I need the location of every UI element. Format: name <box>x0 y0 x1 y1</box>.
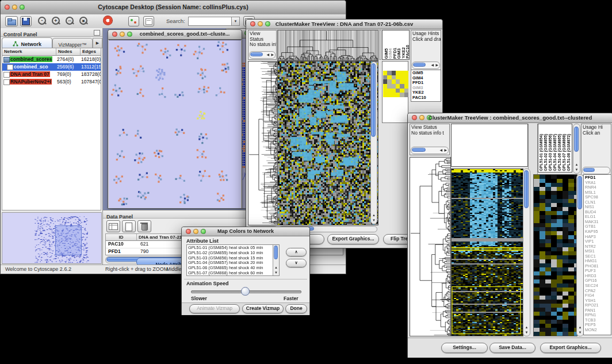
tv1-status-scrollbar[interactable]: ◀ ▶ <box>249 51 276 59</box>
tab-vizmapper[interactable]: VizMapper™ <box>52 38 93 48</box>
col-header-edges[interactable]: Edges <box>81 48 101 56</box>
tv1-column-label[interactable]: PAC10 <box>405 45 410 59</box>
window-title: Cytoscape Desktop (Session Name: collins… <box>1 3 346 10</box>
move-up-button[interactable]: ∧ <box>286 248 307 256</box>
scroll-up-icon[interactable]: ▲ <box>573 162 580 167</box>
tv2-column-label[interactable]: GPL51-03 (GSM856) <box>548 134 552 171</box>
attribute-item[interactable]: GPL51-07 (GSM868) heat shock 60 min <box>188 271 273 276</box>
tv1-column-dendrogram[interactable] <box>277 30 378 61</box>
mini-heatmap-cell <box>387 79 391 84</box>
network-row[interactable]: combined_scores2764(0)16218(0) <box>2 56 101 63</box>
gene-label[interactable]: MON2 <box>585 328 610 333</box>
scroll-up-icon[interactable]: ▲ <box>273 265 279 270</box>
scroll-down-icon[interactable]: ▼ <box>573 167 580 173</box>
mini-heatmap-cell <box>404 71 408 75</box>
zoom-fit-icon[interactable]: ▭ <box>65 16 74 25</box>
tv2-column-label[interactable]: GPL51-04 (GSM857) <box>553 134 557 171</box>
mini-heatmap-cell <box>396 89 400 93</box>
tv2-status-scrollbar[interactable]: ◀ ▶ <box>411 147 449 154</box>
open-session-icon[interactable] <box>5 16 18 26</box>
tv2-zoom-heatmap[interactable] <box>533 174 577 336</box>
tv2-column-label[interactable]: GPL51-06 (GSM865) <box>557 134 561 171</box>
scroll-down-icon[interactable]: ▼ <box>523 330 530 335</box>
tv2-row-dendrogram[interactable] <box>410 157 451 336</box>
tv1-row-dendrogram[interactable] <box>248 61 278 225</box>
scroll-up-icon[interactable]: ▲ <box>371 213 377 218</box>
slider-thumb[interactable] <box>241 287 250 296</box>
tv1-heatmap-vscroll[interactable]: ▲ ▼ <box>370 62 377 224</box>
zoom-out-icon[interactable]: - <box>37 16 47 25</box>
tab-network-label: Network <box>21 41 41 47</box>
search-input[interactable] <box>188 17 232 26</box>
delete-attribute-icon[interactable] <box>137 220 151 232</box>
node-editor-icon[interactable] <box>128 16 139 26</box>
tv2-collabel-vscroll[interactable]: ▲ ▼ <box>573 124 580 174</box>
attribute-list[interactable]: GPL51-01 (GSM854) heat shock 05 minGPL51… <box>186 244 280 276</box>
col-header-network[interactable]: Network <box>2 48 56 56</box>
scroll-left-icon[interactable]: ◀ <box>431 63 434 68</box>
data-col-id[interactable]: ID <box>106 234 137 241</box>
treeview1-title: ClusterMaker TreeView : DNA and Tran 07-… <box>246 21 442 27</box>
tv2-heatmap[interactable] <box>451 168 523 336</box>
tv2-column-labels: GPL51-01 (GSM854)GPL51-02 (GSM855)GPL51-… <box>538 124 572 173</box>
network-overview[interactable] <box>2 212 102 264</box>
scroll-down-icon[interactable]: ▼ <box>273 270 279 275</box>
annotation-icon[interactable] <box>143 16 154 26</box>
tv1-heatmap[interactable] <box>277 61 378 225</box>
tab-network[interactable]: Network <box>2 37 52 48</box>
tab-overflow-button[interactable]: ▶ <box>93 38 102 48</box>
tv2-save-data-button[interactable]: Save Data... <box>489 343 536 353</box>
attribute-list-vscroll[interactable]: ▲ ▼ <box>273 245 279 275</box>
mini-heatmap-cell <box>387 89 391 93</box>
treeview1-titlebar[interactable]: ClusterMaker TreeView : DNA and Tran 07-… <box>246 20 442 29</box>
col-header-nodes[interactable]: Nodes <box>56 48 81 56</box>
tv2-column-label[interactable]: GPL51-07 (GSM868) <box>562 134 566 171</box>
treeview2-titlebar[interactable]: ClusterMaker TreeView : combined_scores_… <box>408 113 612 123</box>
move-down-button[interactable]: ∨ <box>286 259 307 267</box>
zoom-selected-icon[interactable]: ▣ <box>79 16 88 25</box>
network-row[interactable]: combined_sco2569(6)13112(15) <box>2 63 101 71</box>
data-row-value: 790 <box>140 248 148 254</box>
float-panel-icon[interactable] <box>94 30 100 36</box>
scroll-left-icon[interactable]: ◀ <box>266 52 269 58</box>
tv2-column-label[interactable]: GPL51-02 (GSM855) <box>544 134 548 171</box>
scroll-down-icon[interactable]: ▼ <box>371 218 377 223</box>
save-session-icon[interactable] <box>20 16 32 26</box>
create-vizmap-button[interactable]: Create Vizmap <box>242 304 284 313</box>
cytoscape-titlebar[interactable]: Cytoscape Desktop (Session Name: collins… <box>1 1 346 15</box>
scroll-up-icon[interactable]: ▲ <box>577 325 583 330</box>
tv2-column-dendrogram[interactable] <box>451 124 528 167</box>
tv2-column-label[interactable]: GPL51-08 (GSM872) <box>567 134 571 171</box>
network-icon <box>13 41 18 47</box>
search-dropdown-button[interactable]: ▼ <box>231 17 240 26</box>
tv2-column-label[interactable]: GPL51-01 (GSM854) <box>539 134 543 171</box>
tv2-settings-button[interactable]: Settings... <box>441 343 488 353</box>
scroll-up-icon[interactable]: ▲ <box>523 325 530 330</box>
map-dialog-titlebar[interactable]: Map Colors to Network <box>182 227 309 236</box>
help-lifesaver-icon[interactable] <box>103 16 113 25</box>
tv1-export-graphics-button[interactable]: Export Graphics... <box>327 234 379 244</box>
done-button[interactable]: Done <box>285 304 307 313</box>
network-row[interactable]: RNAPuberNov2+I563(0)107847(0) <box>2 78 101 86</box>
minimize-icon[interactable] <box>120 32 125 37</box>
network-canvas-1[interactable] <box>109 40 241 208</box>
new-attribute-icon[interactable] <box>122 220 136 232</box>
scroll-left-icon[interactable]: ◀ <box>439 148 442 153</box>
scroll-right-icon[interactable]: ▶ <box>444 148 447 153</box>
tv1-mini-heatmap[interactable] <box>383 71 408 97</box>
network-view-window-1[interactable]: combined_scores_good.txt--cluste... <box>108 29 242 209</box>
tv1-usage-scrollbar[interactable]: ◀ ▶ <box>412 62 440 69</box>
tv1-row-label[interactable]: PAC10 <box>412 95 439 101</box>
scroll-right-icon[interactable]: ▶ <box>435 63 438 68</box>
close-icon[interactable] <box>112 32 117 37</box>
scroll-right-icon[interactable]: ▶ <box>271 52 274 58</box>
tv2-export-graphics-button[interactable]: Export Graphics... <box>540 343 601 353</box>
network-row[interactable]: DNA and Tran 07769(0)183728(0) <box>2 71 101 78</box>
tv2-heatmap-vscroll[interactable]: ▲ ▼ <box>523 168 530 336</box>
tv2-usage-scrollbar[interactable] <box>582 167 610 174</box>
scroll-down-icon[interactable]: ▼ <box>577 330 583 335</box>
animate-vizmap-button[interactable]: Animate Vizmap <box>189 304 240 313</box>
zoom-in-icon[interactable]: + <box>51 16 60 25</box>
select-attributes-icon[interactable] <box>106 220 120 232</box>
control-panel-title: Control Panel <box>3 32 37 37</box>
